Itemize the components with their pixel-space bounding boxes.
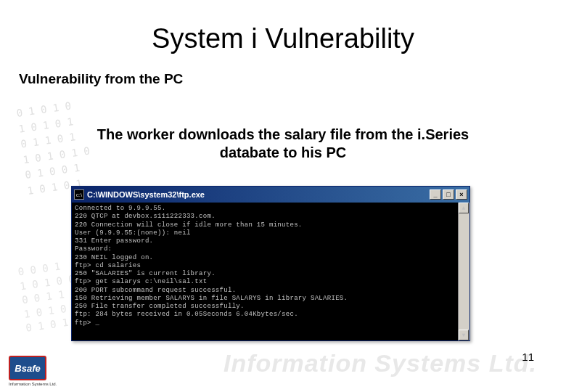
minimize-button[interactable]: _ bbox=[430, 189, 441, 200]
window-title: C:\WINDOWS\system32\ftp.exe bbox=[87, 190, 428, 199]
console-line: ftp> _ bbox=[75, 319, 467, 327]
console-line: Connected to 9.9.9.55. bbox=[75, 205, 467, 213]
slide-title: System i Vulnerability bbox=[0, 23, 566, 54]
console-line: 250 File transfer completed successfully… bbox=[75, 303, 467, 311]
cmd-icon: c:\ bbox=[74, 189, 84, 200]
window-titlebar[interactable]: c:\ C:\WINDOWS\system32\ftp.exe _ □ × bbox=[72, 187, 469, 203]
console-line: 220 Connection will close if idle more t… bbox=[75, 221, 467, 229]
close-button[interactable]: × bbox=[456, 189, 467, 200]
console-line: 230 NEIL logged on. bbox=[75, 254, 467, 262]
maximize-button[interactable]: □ bbox=[443, 189, 454, 200]
console-line: User (9.9.9.55:(none)): neil bbox=[75, 229, 467, 237]
page-number: 11 bbox=[522, 351, 534, 363]
console-line: Password: bbox=[75, 245, 467, 253]
console-line: 331 Enter password. bbox=[75, 237, 467, 245]
console-line: ftp> cd salaries bbox=[75, 262, 467, 270]
body-line-2: databate to his PC bbox=[220, 144, 346, 160]
slide-subtitle: Vulnerability from the PC bbox=[19, 71, 183, 87]
scroll-down-button[interactable]: ▼ bbox=[459, 330, 469, 340]
console-line: ftp: 284 bytes received in 0.05Seconds 6… bbox=[75, 311, 467, 319]
body-line-1: The worker downloads the salary file fro… bbox=[97, 126, 469, 142]
logo-subtext: Information Systems Ltd. bbox=[9, 382, 57, 386]
console-output: Connected to 9.9.9.55. 220 QTCP at devbo… bbox=[72, 203, 469, 340]
scrollbar[interactable]: ▲ ▼ bbox=[458, 203, 469, 340]
slide-body: The worker downloads the salary file fro… bbox=[0, 126, 566, 162]
logo-badge: Bsafe bbox=[9, 356, 46, 380]
scroll-up-button[interactable]: ▲ bbox=[459, 203, 469, 213]
console-line: 250 "SALARIES" is current library. bbox=[75, 270, 467, 278]
console-line: ftp> get salarys c:\neil\sal.txt bbox=[75, 278, 467, 286]
console-line: 200 PORT subcommand request successful. bbox=[75, 287, 467, 295]
console-line: 150 Retrieving member SALARYS in file SA… bbox=[75, 295, 467, 303]
console-line: 220 QTCP at devbox.s111222333.com. bbox=[75, 213, 467, 221]
ftp-console-window: c:\ C:\WINDOWS\system32\ftp.exe _ □ × Co… bbox=[71, 186, 470, 341]
bsafe-logo: Bsafe Information Systems Ltd. bbox=[9, 356, 57, 386]
watermark-text: Information Systems Ltd. bbox=[223, 349, 537, 377]
